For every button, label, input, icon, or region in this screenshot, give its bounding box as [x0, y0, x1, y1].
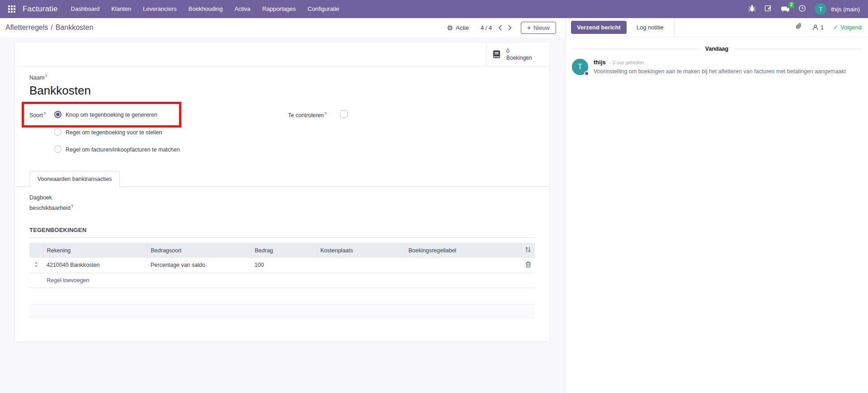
send-message-button[interactable]: Verzend bericht	[571, 21, 627, 34]
breadcrumb: Afletterregels / Bankkosten	[5, 24, 93, 32]
chatter-thread: Vandaag T thijs - 3 uur geleden Voorinst…	[566, 37, 868, 84]
help-icon: ?	[324, 111, 327, 116]
left-column: Afletterregels / Bankkosten ⚙ Actie 4 / …	[0, 18, 565, 393]
new-record-button[interactable]: + Nieuw	[521, 22, 556, 34]
user-menu[interactable]: thijs (main)	[831, 6, 860, 13]
avatar-initial: T	[578, 63, 582, 71]
journal-entries-stat-button[interactable]: 0 Boekingen	[486, 43, 549, 66]
menu-dashboard[interactable]: Dashboard	[65, 0, 106, 18]
menu-activa[interactable]: Activa	[229, 0, 256, 18]
log-note-button[interactable]: Log notitie	[637, 24, 664, 31]
top-navbar: Facturatie Dashboard Klanten Leverancier…	[0, 0, 868, 18]
help-icon: ?	[71, 204, 74, 208]
column-header-bedragsoort[interactable]: Bedragsoort	[147, 243, 251, 258]
attachment-button[interactable]	[795, 23, 802, 32]
activities-clock-icon[interactable]	[798, 5, 806, 14]
menu-configuratie[interactable]: Configuratie	[302, 0, 345, 18]
delete-row-button[interactable]	[521, 258, 535, 273]
header-separator	[675, 18, 675, 37]
menu-boekhouding[interactable]: Boekhouding	[183, 0, 229, 18]
menu-leveranciers[interactable]: Leveranciers	[137, 0, 182, 18]
stat-label: Boekingen	[506, 55, 532, 62]
counterpart-entries-title: TEGENBOEKINGEN	[29, 227, 86, 233]
gear-icon: ⚙	[447, 24, 453, 31]
following-button[interactable]: ✓ Volgend	[833, 24, 862, 31]
person-icon	[812, 24, 819, 31]
cell-bedrag[interactable]: 100	[251, 258, 316, 273]
pager-next-button[interactable]	[505, 23, 514, 33]
message: T thijs - 3 uur geleden Voorinstelling o…	[572, 59, 862, 76]
drag-handle-icon[interactable]	[29, 258, 43, 273]
to-check-label: Te controleren?	[288, 111, 327, 118]
table-row[interactable]: 4210040 Bankkosten Percentage van saldo …	[29, 258, 535, 273]
debug-bug-icon[interactable]	[748, 5, 756, 14]
breadcrumb-current: Bankkosten	[56, 24, 94, 32]
action-menu-button[interactable]: ⚙ Actie	[447, 24, 469, 31]
name-field-label: Naam?	[29, 74, 47, 81]
column-header-rekening[interactable]: Rekening	[43, 243, 147, 258]
message-author[interactable]: thijs	[594, 59, 606, 66]
radio-writeoff-suggestion[interactable]	[54, 128, 61, 136]
plus-icon: +	[527, 24, 531, 31]
content-background: 0 Boekingen Naam? Bankkosten Soort? Knop…	[0, 37, 565, 393]
optional-columns-icon	[525, 246, 531, 253]
cell-kostenplaats[interactable]	[316, 258, 405, 273]
messages-icon[interactable]: 2	[781, 5, 790, 13]
following-label: Volgend	[840, 24, 862, 31]
followers-count: 1	[821, 24, 824, 31]
stat-count: 0	[506, 48, 532, 55]
chatter-header: Verzend bericht Log notitie 1 ✓ Vol	[566, 18, 868, 37]
menu-klanten[interactable]: Klanten	[105, 0, 137, 18]
column-header-bedrag[interactable]: Bedrag	[251, 243, 316, 258]
breadcrumb-separator: /	[51, 24, 52, 32]
cell-rekening[interactable]: 4210040 Bankkosten	[43, 258, 147, 273]
nav-right: 2 T thijs (main)	[748, 3, 860, 15]
radio-writeoff-button[interactable]	[54, 111, 61, 118]
tab-bank-transaction-conditions[interactable]: Voorwaarden banktransacties	[29, 171, 120, 187]
date-divider-label: Vandaag	[705, 46, 728, 52]
date-divider: Vandaag	[572, 46, 862, 52]
column-header-kostenplaats[interactable]: Kostenplaats	[316, 243, 405, 258]
radio-invoice-matching[interactable]	[54, 146, 61, 153]
message-avatar: T	[572, 59, 588, 75]
name-field-value[interactable]: Bankkosten	[29, 84, 91, 98]
radio-invoice-matching-label[interactable]: Regel om facturen/inkoopfacturen te matc…	[66, 147, 180, 153]
message-timestamp: - 3 uur geleden	[609, 60, 644, 65]
chatter-panel: Verzend bericht Log notitie 1 ✓ Vol	[565, 18, 868, 393]
view-controls: ⚙ Actie 4 / 4 + Nieuw	[447, 22, 556, 34]
trash-icon	[525, 261, 531, 268]
book-icon	[492, 50, 502, 60]
optional-columns-button[interactable]	[521, 243, 535, 258]
compose-edit-icon[interactable]	[764, 5, 772, 14]
cell-bedragsoort[interactable]: Percentage van saldo	[147, 258, 251, 273]
radio-writeoff-suggestion-label[interactable]: Regel om tegenboeking voor te stellen	[66, 129, 162, 136]
menu-rapportages[interactable]: Rapportages	[256, 0, 302, 18]
journal-availability-label: Dagboek beschikbaarheid?	[29, 194, 74, 213]
button-box-strip: 0 Boekingen	[15, 43, 549, 66]
radio-writeoff-button-label[interactable]: Knop om tegenboeking te genereren	[66, 112, 157, 118]
apps-grid-icon[interactable]	[5, 5, 18, 13]
table-header-row: Rekening Bedragsoort Bedrag Kostenplaats…	[29, 243, 535, 258]
app-name[interactable]: Facturatie	[23, 5, 58, 14]
main-menu: Dashboard Klanten Leveranciers Boekhoudi…	[65, 0, 345, 18]
control-bar: Afletterregels / Bankkosten ⚙ Actie 4 / …	[0, 18, 565, 37]
to-check-checkbox[interactable]	[340, 110, 348, 118]
add-line-row: Regel toevoegen	[29, 273, 535, 288]
add-line-button[interactable]: Regel toevoegen	[43, 273, 535, 288]
record-pager: 4 / 4	[481, 24, 492, 31]
action-label: Actie	[456, 24, 469, 31]
empty-list-footer	[29, 304, 535, 318]
breadcrumb-parent[interactable]: Afletterregels	[5, 24, 48, 32]
user-avatar[interactable]: T	[815, 3, 826, 15]
message-body: Voorinstelling om boekingen aan te maken…	[594, 68, 846, 76]
paperclip-icon	[795, 23, 802, 30]
help-icon: ?	[45, 74, 47, 78]
help-icon: ?	[43, 111, 46, 116]
handle-column-header	[29, 243, 43, 258]
new-label: Nieuw	[533, 24, 550, 31]
followers-button[interactable]: 1	[812, 24, 824, 31]
pager-previous-button[interactable]	[495, 23, 505, 33]
column-header-boekingsregellabel[interactable]: Boekingsregellabel	[405, 243, 521, 258]
status-dot	[584, 71, 589, 76]
cell-boekingsregellabel[interactable]	[405, 258, 521, 273]
